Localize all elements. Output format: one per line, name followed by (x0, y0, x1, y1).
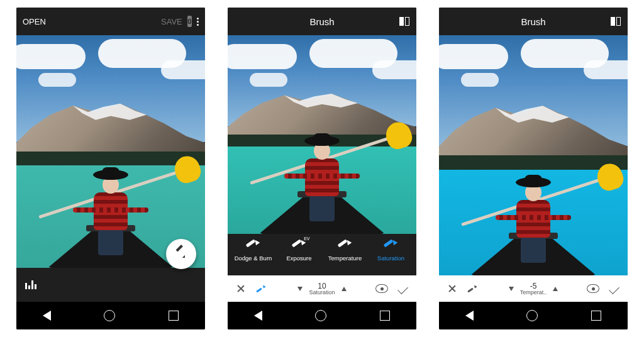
increase-icon[interactable] (341, 287, 347, 291)
screen-home: OPEN SAVE 0 (16, 8, 205, 329)
adjustment-value[interactable]: -5 Temperat.. (520, 282, 547, 296)
screen-title: Brush (272, 16, 372, 27)
brush-tool-label: Saturation (377, 255, 404, 262)
photo-canvas[interactable] (16, 35, 205, 268)
photo-canvas[interactable] (228, 35, 416, 234)
value-label: Temperat.. (520, 290, 547, 296)
screen-title: Brush (483, 16, 584, 27)
visibility-icon[interactable] (587, 284, 599, 293)
brush-tool-temperature[interactable]: Temperature (322, 239, 368, 274)
top-bar: Brush (228, 8, 416, 35)
cancel-icon[interactable] (448, 284, 457, 293)
apply-icon[interactable] (397, 284, 408, 294)
photo-canvas[interactable] (439, 35, 628, 275)
nav-recent-icon[interactable] (380, 311, 390, 321)
open-button[interactable]: OPEN (23, 17, 46, 26)
brush-tool-label: Dodge & Burn (235, 255, 272, 262)
brush-tool-row: Dodge & Burn EV Exposure Temperature Sat… (228, 234, 416, 275)
brush-tool-dodge-burn[interactable]: Dodge & Burn (230, 239, 276, 274)
control-bar: -5 Temperat.. (439, 275, 628, 302)
pencil-icon (175, 248, 187, 260)
screen-brush-saturation: Brush Dodge & Burn EV (228, 8, 416, 329)
value-number: 10 (318, 282, 326, 290)
decrease-icon[interactable] (509, 287, 514, 291)
top-bar: Brush (439, 8, 628, 35)
nav-recent-icon[interactable] (169, 311, 179, 321)
brush-tool-label: Temperature (328, 255, 362, 262)
nav-back-icon[interactable] (465, 311, 474, 321)
ev-badge: EV (304, 236, 309, 241)
nav-home-icon[interactable] (104, 310, 115, 321)
decrease-icon[interactable] (297, 287, 303, 291)
histogram-icon[interactable] (25, 280, 36, 289)
compare-icon[interactable] (610, 16, 621, 27)
compare-icon[interactable] (399, 16, 410, 27)
edit-fab[interactable] (166, 239, 196, 269)
cancel-icon[interactable] (236, 284, 245, 293)
brush-tool-label: Exposure (286, 255, 311, 262)
nav-recent-icon[interactable] (591, 311, 601, 321)
control-bar: 10 Saturation (228, 275, 416, 302)
android-nav (16, 302, 205, 329)
value-number: -5 (530, 282, 537, 290)
adjustment-value[interactable]: 10 Saturation (309, 282, 335, 296)
brush-tool-saturation[interactable]: Saturation (368, 239, 414, 274)
bottom-bar (16, 268, 205, 302)
value-label: Saturation (309, 290, 335, 296)
apply-icon[interactable] (609, 284, 619, 294)
increase-icon[interactable] (553, 287, 558, 291)
nav-home-icon[interactable] (315, 310, 326, 321)
save-button[interactable]: SAVE (161, 17, 182, 26)
edit-stack-badge[interactable]: 0 (187, 16, 192, 27)
brush-tool-exposure[interactable]: EV Exposure (276, 239, 322, 274)
top-bar: OPEN SAVE 0 (16, 8, 205, 35)
nav-back-icon[interactable] (254, 311, 262, 321)
android-nav (439, 302, 628, 329)
nav-home-icon[interactable] (526, 310, 538, 321)
visibility-icon[interactable] (375, 284, 388, 293)
brush-mode-icon[interactable] (467, 284, 477, 293)
screen-brush-temperature: Brush (439, 8, 628, 329)
more-menu-icon[interactable] (197, 18, 199, 26)
android-nav (228, 302, 416, 329)
brush-mode-icon[interactable] (255, 284, 265, 293)
nav-back-icon[interactable] (43, 311, 51, 321)
